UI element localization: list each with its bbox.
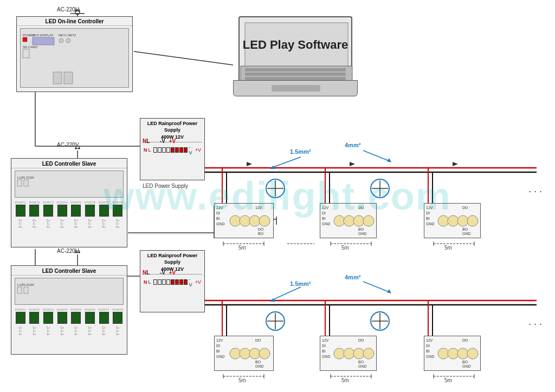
svg-text:DO: DO (462, 338, 468, 342)
svg-point-128 (448, 215, 459, 226)
svg-text:GND: GND (322, 222, 331, 226)
svg-marker-40 (270, 166, 275, 169)
svg-text:DO: DO (462, 206, 468, 210)
svg-text:LCD DISPLAY: LCD DISPLAY (33, 34, 54, 37)
svg-point-104 (259, 215, 270, 226)
svg-rect-96 (24, 287, 28, 293)
svg-text:DO: DO (358, 338, 364, 342)
power-supply-1: LED Rainproof Power Supply 400W 12V N L … (140, 118, 205, 180)
svg-point-164 (438, 348, 449, 359)
ac-label-slave1: AC-220V (57, 142, 79, 148)
svg-point-154 (363, 348, 374, 359)
svg-point-141 (259, 348, 270, 359)
ps2-label: LED Rainproof Power Supply (140, 251, 204, 266)
svg-text:BO: BO (258, 232, 264, 236)
svg-text:DI: DI (426, 211, 430, 215)
led-module-3-bottom: 12V DI BI GND DO BO GND (424, 336, 481, 371)
svg-point-101 (230, 215, 241, 226)
svg-text:. . .: . . . (528, 184, 542, 194)
svg-point-86 (66, 38, 70, 43)
svg-line-71 (134, 51, 233, 65)
svg-text:GND: GND (322, 355, 331, 358)
svg-point-139 (240, 348, 250, 359)
svg-text:BI: BI (426, 349, 430, 353)
svg-text:BI: BI (322, 349, 326, 353)
svg-marker-49 (247, 162, 252, 166)
svg-text:DO: DO (358, 206, 364, 210)
svg-rect-93 (24, 180, 28, 186)
svg-text:12V: 12V (322, 206, 329, 210)
svg-text:12V: 12V (216, 338, 223, 342)
svg-point-85 (59, 38, 63, 43)
wire-label-thick-top: 4mm² (345, 142, 360, 148)
svg-text:BI: BI (216, 349, 220, 353)
led-module-1-top: 12V DI BI GND 12V DO BO (214, 203, 274, 238)
svg-marker-42 (387, 158, 391, 162)
dist-1: 5m (238, 245, 246, 251)
led-power-supply-label-1: LED Power Supply (143, 183, 188, 189)
svg-point-127 (438, 215, 449, 226)
connector-2-bottom (370, 311, 390, 331)
connector-2-top (370, 179, 390, 198)
svg-text:NET1  NET2: NET1 NET2 (59, 34, 76, 37)
svg-text:BO: BO (462, 227, 468, 231)
svg-rect-89 (53, 72, 62, 84)
dist-3: 5m (444, 245, 452, 251)
ac-label-main: AC-220V (57, 6, 79, 12)
svg-rect-90 (64, 72, 73, 84)
svg-text:12V: 12V (255, 206, 262, 210)
wire-label-thin-top: 1.5mm² (290, 148, 311, 155)
svg-text:BI: BI (426, 217, 430, 220)
svg-line-41 (363, 151, 390, 161)
slave-controller-2: LED Controller Slave L12N Z12N PORT1 POR… (11, 265, 127, 355)
svg-line-39 (271, 157, 301, 168)
svg-rect-79 (272, 85, 320, 92)
svg-text:BO: BO (255, 360, 261, 364)
svg-line-43 (271, 287, 301, 300)
led-module-1-bottom: 12V DI BI GND DO BO GND (214, 336, 274, 371)
svg-text:GND: GND (462, 232, 471, 236)
svg-marker-44 (270, 298, 275, 302)
svg-point-153 (353, 348, 364, 359)
power-supply-2: LED Rainproof Power Supply 400W 12V N L … (140, 250, 205, 312)
svg-text:L12N   Z12N: L12N Z12N (17, 176, 34, 179)
svg-text:DI: DI (216, 211, 220, 215)
dist-4: 5m (238, 377, 246, 383)
slave2-label: LED Controller Slave (11, 266, 127, 276)
diagram-container: www.edilight.com (0, 0, 555, 392)
svg-text:GND: GND (255, 364, 264, 368)
connector-1-top (266, 179, 285, 198)
connector-1-bottom (266, 311, 285, 331)
ps1-nl-label: NL -V +V (143, 138, 176, 144)
svg-text:GND: GND (462, 364, 471, 368)
svg-text:BI: BI (216, 217, 220, 220)
svg-text:DI: DI (216, 344, 220, 348)
svg-text:12V: 12V (322, 338, 329, 342)
svg-line-45 (363, 282, 390, 292)
svg-text:GND: GND (216, 222, 225, 226)
svg-text:BI: BI (322, 217, 326, 220)
svg-text:BO: BO (358, 360, 364, 364)
slave1-label: LED Controller Slave (11, 159, 127, 168)
wire-label-thick-bottom: 4mm² (345, 274, 360, 280)
ps1-label: LED Rainproof Power Supply (140, 119, 204, 134)
wire-label-thin-bottom: 1.5mm² (290, 280, 311, 287)
svg-text:12V: 12V (216, 206, 223, 210)
svg-point-102 (240, 215, 250, 226)
svg-text:12V: 12V (426, 206, 433, 210)
svg-text:DO: DO (255, 338, 261, 342)
svg-rect-83 (33, 37, 54, 45)
svg-text:GND: GND (216, 355, 225, 358)
svg-point-166 (457, 348, 468, 359)
svg-text:GND: GND (426, 355, 435, 358)
svg-rect-77 (245, 73, 346, 76)
laptop-keyboard-area (233, 80, 358, 96)
svg-rect-76 (245, 68, 346, 71)
svg-text:BO: BO (358, 227, 364, 231)
svg-marker-51 (453, 162, 458, 166)
svg-rect-81 (23, 37, 27, 42)
svg-point-140 (249, 348, 260, 359)
svg-marker-50 (350, 162, 355, 166)
svg-point-165 (448, 348, 459, 359)
main-controller: LED On-line Controller POWER LCD DISPLAY… (16, 16, 133, 92)
